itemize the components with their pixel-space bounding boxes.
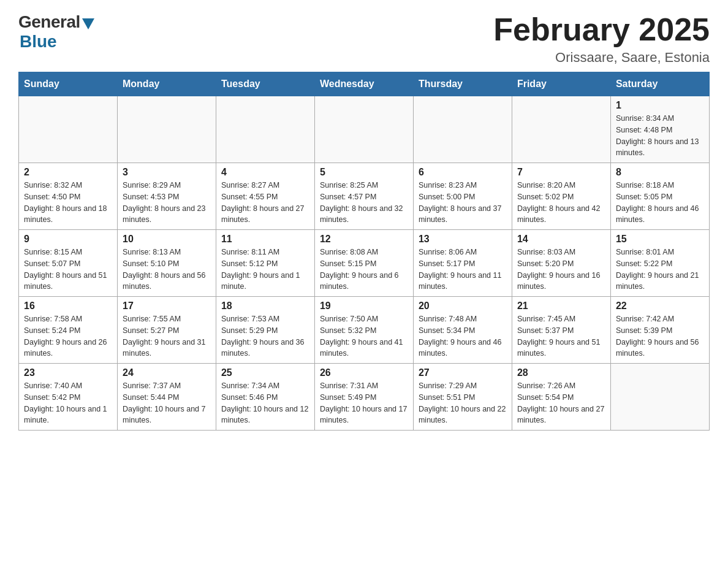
day-info: Sunrise: 7:34 AMSunset: 5:46 PMDaylight:… [221, 380, 309, 426]
day-info: Sunrise: 8:18 AMSunset: 5:05 PMDaylight:… [616, 180, 704, 226]
calendar-cell: 7Sunrise: 8:20 AMSunset: 5:02 PMDaylight… [512, 163, 610, 230]
calendar-week-row: 1Sunrise: 8:34 AMSunset: 4:48 PMDaylight… [19, 96, 710, 163]
day-info: Sunrise: 7:58 AMSunset: 5:24 PMDaylight:… [24, 313, 112, 359]
month-title: February 2025 [493, 12, 710, 47]
calendar-cell: 8Sunrise: 8:18 AMSunset: 5:05 PMDaylight… [610, 163, 709, 230]
calendar-cell: 2Sunrise: 8:32 AMSunset: 4:50 PMDaylight… [19, 163, 118, 230]
header-sunday: Sunday [19, 72, 118, 96]
calendar-cell: 16Sunrise: 7:58 AMSunset: 5:24 PMDayligh… [19, 297, 118, 364]
header-saturday: Saturday [610, 72, 709, 96]
calendar-cell [19, 96, 118, 163]
header-thursday: Thursday [413, 72, 512, 96]
calendar-cell: 3Sunrise: 8:29 AMSunset: 4:53 PMDaylight… [117, 163, 216, 230]
day-info: Sunrise: 7:29 AMSunset: 5:51 PMDaylight:… [419, 380, 507, 426]
calendar-cell: 28Sunrise: 7:26 AMSunset: 5:54 PMDayligh… [512, 364, 610, 431]
title-area: February 2025 Orissaare, Saare, Estonia [493, 12, 710, 66]
calendar-cell: 12Sunrise: 8:08 AMSunset: 5:15 PMDayligh… [314, 230, 413, 297]
day-info: Sunrise: 8:06 AMSunset: 5:17 PMDaylight:… [419, 247, 507, 293]
day-info: Sunrise: 7:45 AMSunset: 5:37 PMDaylight:… [517, 313, 605, 359]
day-info: Sunrise: 8:29 AMSunset: 4:53 PMDaylight:… [123, 180, 211, 226]
day-number: 5 [320, 167, 408, 178]
day-number: 16 [24, 301, 112, 312]
calendar-cell [610, 364, 709, 431]
day-number: 17 [123, 301, 211, 312]
day-info: Sunrise: 7:40 AMSunset: 5:42 PMDaylight:… [24, 380, 112, 426]
calendar-cell [216, 96, 314, 163]
calendar-cell: 17Sunrise: 7:55 AMSunset: 5:27 PMDayligh… [117, 297, 216, 364]
day-info: Sunrise: 8:34 AMSunset: 4:48 PMDaylight:… [616, 113, 704, 159]
header-friday: Friday [512, 72, 610, 96]
calendar-week-row: 16Sunrise: 7:58 AMSunset: 5:24 PMDayligh… [19, 297, 710, 364]
day-number: 9 [24, 234, 112, 245]
calendar-cell: 14Sunrise: 8:03 AMSunset: 5:20 PMDayligh… [512, 230, 610, 297]
header-monday: Monday [117, 72, 216, 96]
header-wednesday: Wednesday [314, 72, 413, 96]
day-info: Sunrise: 8:20 AMSunset: 5:02 PMDaylight:… [517, 180, 605, 226]
day-number: 27 [419, 367, 507, 378]
day-info: Sunrise: 8:03 AMSunset: 5:20 PMDaylight:… [517, 247, 605, 293]
calendar-table: Sunday Monday Tuesday Wednesday Thursday… [18, 72, 710, 431]
calendar-header-row: Sunday Monday Tuesday Wednesday Thursday… [19, 72, 710, 96]
day-number: 20 [419, 301, 507, 312]
day-number: 4 [221, 167, 309, 178]
calendar-cell: 11Sunrise: 8:11 AMSunset: 5:12 PMDayligh… [216, 230, 314, 297]
calendar-week-row: 9Sunrise: 8:15 AMSunset: 5:07 PMDaylight… [19, 230, 710, 297]
location: Orissaare, Saare, Estonia [493, 50, 710, 66]
day-number: 22 [616, 301, 704, 312]
day-number: 1 [616, 100, 704, 111]
calendar-cell: 9Sunrise: 8:15 AMSunset: 5:07 PMDaylight… [19, 230, 118, 297]
day-info: Sunrise: 7:37 AMSunset: 5:44 PMDaylight:… [123, 380, 211, 426]
day-info: Sunrise: 8:08 AMSunset: 5:15 PMDaylight:… [320, 247, 408, 293]
day-number: 23 [24, 367, 112, 378]
logo-general-text: General [18, 12, 80, 32]
day-number: 26 [320, 367, 408, 378]
day-number: 18 [221, 301, 309, 312]
day-number: 8 [616, 167, 704, 178]
calendar-week-row: 2Sunrise: 8:32 AMSunset: 4:50 PMDaylight… [19, 163, 710, 230]
day-info: Sunrise: 8:32 AMSunset: 4:50 PMDaylight:… [24, 180, 112, 226]
day-number: 28 [517, 367, 605, 378]
calendar-cell: 24Sunrise: 7:37 AMSunset: 5:44 PMDayligh… [117, 364, 216, 431]
day-number: 11 [221, 234, 309, 245]
day-number: 6 [419, 167, 507, 178]
day-info: Sunrise: 7:48 AMSunset: 5:34 PMDaylight:… [419, 313, 507, 359]
day-number: 10 [123, 234, 211, 245]
header-tuesday: Tuesday [216, 72, 314, 96]
day-info: Sunrise: 8:01 AMSunset: 5:22 PMDaylight:… [616, 247, 704, 293]
day-info: Sunrise: 7:53 AMSunset: 5:29 PMDaylight:… [221, 313, 309, 359]
calendar-cell: 13Sunrise: 8:06 AMSunset: 5:17 PMDayligh… [413, 230, 512, 297]
logo-triangle-icon [82, 18, 94, 29]
page-header: General Blue February 2025 Orissaare, Sa… [18, 12, 710, 66]
calendar-cell: 18Sunrise: 7:53 AMSunset: 5:29 PMDayligh… [216, 297, 314, 364]
day-number: 25 [221, 367, 309, 378]
calendar-cell: 25Sunrise: 7:34 AMSunset: 5:46 PMDayligh… [216, 364, 314, 431]
calendar-cell: 26Sunrise: 7:31 AMSunset: 5:49 PMDayligh… [314, 364, 413, 431]
day-number: 2 [24, 167, 112, 178]
day-number: 19 [320, 301, 408, 312]
day-info: Sunrise: 7:55 AMSunset: 5:27 PMDaylight:… [123, 313, 211, 359]
calendar-cell: 5Sunrise: 8:25 AMSunset: 4:57 PMDaylight… [314, 163, 413, 230]
calendar-week-row: 23Sunrise: 7:40 AMSunset: 5:42 PMDayligh… [19, 364, 710, 431]
day-number: 24 [123, 367, 211, 378]
calendar-cell: 23Sunrise: 7:40 AMSunset: 5:42 PMDayligh… [19, 364, 118, 431]
day-info: Sunrise: 7:31 AMSunset: 5:49 PMDaylight:… [320, 380, 408, 426]
calendar-cell: 20Sunrise: 7:48 AMSunset: 5:34 PMDayligh… [413, 297, 512, 364]
calendar-cell: 4Sunrise: 8:27 AMSunset: 4:55 PMDaylight… [216, 163, 314, 230]
day-number: 13 [419, 234, 507, 245]
day-info: Sunrise: 8:11 AMSunset: 5:12 PMDaylight:… [221, 247, 309, 293]
day-number: 12 [320, 234, 408, 245]
calendar-cell: 6Sunrise: 8:23 AMSunset: 5:00 PMDaylight… [413, 163, 512, 230]
day-info: Sunrise: 7:26 AMSunset: 5:54 PMDaylight:… [517, 380, 605, 426]
logo-blue-text: Blue [20, 32, 57, 52]
calendar-cell [314, 96, 413, 163]
calendar-cell: 27Sunrise: 7:29 AMSunset: 5:51 PMDayligh… [413, 364, 512, 431]
calendar-cell: 1Sunrise: 8:34 AMSunset: 4:48 PMDaylight… [610, 96, 709, 163]
logo: General Blue [18, 12, 94, 52]
calendar-cell: 10Sunrise: 8:13 AMSunset: 5:10 PMDayligh… [117, 230, 216, 297]
day-number: 14 [517, 234, 605, 245]
calendar-cell [413, 96, 512, 163]
day-info: Sunrise: 8:13 AMSunset: 5:10 PMDaylight:… [123, 247, 211, 293]
day-info: Sunrise: 7:42 AMSunset: 5:39 PMDaylight:… [616, 313, 704, 359]
calendar-cell: 19Sunrise: 7:50 AMSunset: 5:32 PMDayligh… [314, 297, 413, 364]
day-info: Sunrise: 8:15 AMSunset: 5:07 PMDaylight:… [24, 247, 112, 293]
